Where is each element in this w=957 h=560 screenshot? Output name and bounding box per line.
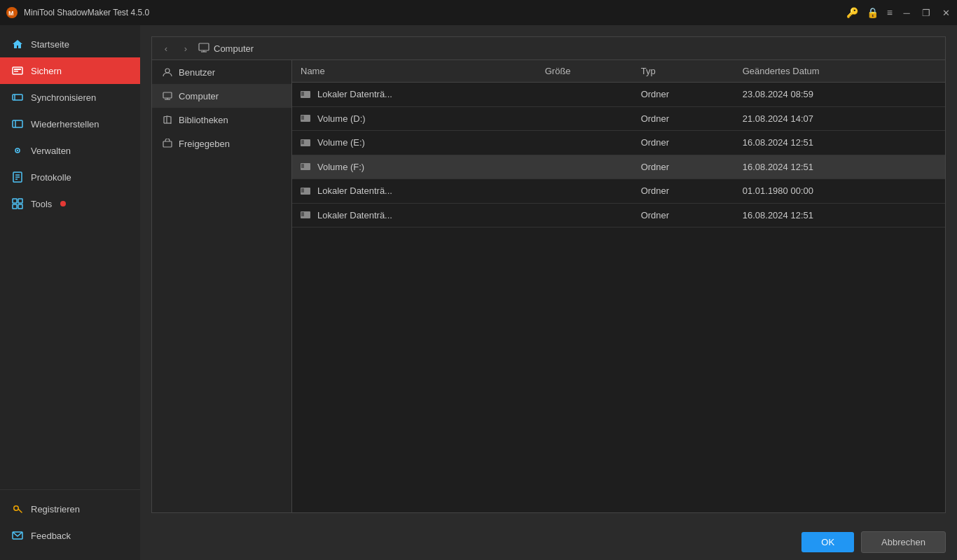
folder-item-computer[interactable]: Computer bbox=[152, 84, 291, 108]
sidebar-item-sichern[interactable]: Sichern bbox=[0, 57, 140, 84]
back-button[interactable]: ‹ bbox=[159, 41, 173, 55]
sidebar-item-feedback[interactable]: Feedback bbox=[0, 522, 140, 549]
sidebar-label-registrieren: Registrieren bbox=[31, 504, 80, 514]
file-size-cell bbox=[537, 83, 633, 107]
file-table: Name Größe Typ Geändertes Datum Lokaler … bbox=[292, 60, 945, 227]
svg-rect-16 bbox=[18, 199, 22, 203]
folder-label-computer: Computer bbox=[179, 91, 219, 102]
footer: OK Abbrechen bbox=[140, 524, 957, 560]
log-icon bbox=[11, 171, 24, 183]
file-name-cell: Lokaler Datenträ... bbox=[292, 179, 537, 204]
sidebar-label-tools: Tools bbox=[31, 199, 52, 209]
table-row[interactable]: Volume (F:)Ordner16.08.2024 12:51 bbox=[292, 155, 945, 179]
sidebar-label-feedback: Feedback bbox=[31, 531, 71, 541]
svg-rect-30 bbox=[301, 92, 304, 96]
nav-bar: ‹ › Computer bbox=[152, 37, 945, 60]
file-date-cell: 21.08.2024 14:07 bbox=[734, 106, 945, 131]
file-name-cell: Volume (D:) bbox=[292, 106, 537, 131]
svg-rect-3 bbox=[14, 69, 21, 70]
maximize-button[interactable]: ❐ bbox=[921, 7, 932, 18]
main-layout: Startseite Sichern bbox=[0, 25, 957, 560]
folder-item-freigegeben[interactable]: Freigegeben bbox=[152, 132, 291, 155]
svg-rect-15 bbox=[13, 199, 17, 203]
titlebar-controls: 🔑 🔒 ≡ ─ ❐ ✕ bbox=[846, 7, 951, 18]
sidebar-label-sichern: Sichern bbox=[31, 66, 62, 76]
col-header-typ: Typ bbox=[633, 60, 734, 83]
file-name-cell: Lokaler Datenträ... bbox=[292, 203, 537, 227]
svg-rect-34 bbox=[301, 140, 304, 144]
computer-path-icon bbox=[198, 42, 209, 55]
file-date-cell: 16.08.2024 12:51 bbox=[734, 203, 945, 227]
col-header-groesse: Größe bbox=[537, 60, 633, 83]
col-header-datum: Geändertes Datum bbox=[734, 60, 945, 83]
file-date-cell: 16.08.2024 12:51 bbox=[734, 155, 945, 179]
svg-point-10 bbox=[17, 150, 18, 151]
sidebar-nav: Startseite Sichern bbox=[0, 31, 140, 489]
forward-button[interactable]: › bbox=[179, 41, 193, 55]
sidebar-item-tools[interactable]: Tools bbox=[0, 190, 140, 217]
sidebar-label-wiederherstellen: Wiederherstellen bbox=[31, 119, 99, 130]
restore-icon bbox=[11, 118, 24, 130]
sidebar-label-verwalten: Verwalten bbox=[31, 146, 71, 156]
table-row[interactable]: Lokaler Datenträ...Ordner23.08.2024 08:5… bbox=[292, 83, 945, 107]
tools-notification-dot bbox=[60, 201, 66, 206]
svg-rect-18 bbox=[18, 204, 22, 209]
sidebar-item-wiederherstellen[interactable]: Wiederherstellen bbox=[0, 111, 140, 137]
file-type-cell: Ordner bbox=[633, 203, 734, 227]
svg-rect-36 bbox=[301, 164, 304, 168]
file-date-cell: 01.01.1980 00:00 bbox=[734, 179, 945, 204]
file-type-cell: Ordner bbox=[633, 106, 734, 131]
menu-icon[interactable]: ≡ bbox=[887, 7, 893, 18]
table-row[interactable]: Lokaler Datenträ...Ordner01.01.1980 00:0… bbox=[292, 179, 945, 204]
key-icon[interactable]: 🔑 bbox=[846, 7, 858, 18]
folder-panel: Benutzer Computer bbox=[152, 60, 292, 512]
table-row[interactable]: Lokaler Datenträ...Ordner16.08.2024 12:5… bbox=[292, 203, 945, 227]
svg-rect-4 bbox=[14, 71, 18, 72]
backup-icon bbox=[11, 64, 24, 77]
file-name-cell: Lokaler Datenträ... bbox=[292, 83, 537, 107]
table-header-row: Name Größe Typ Geändertes Datum bbox=[292, 60, 945, 83]
content-area: ‹ › Computer bbox=[140, 25, 957, 560]
sidebar-item-protokolle[interactable]: Protokolle bbox=[0, 164, 140, 190]
sidebar-item-startseite[interactable]: Startseite bbox=[0, 31, 140, 57]
table-row[interactable]: Volume (E:)Ordner16.08.2024 12:51 bbox=[292, 131, 945, 155]
file-size-cell bbox=[537, 203, 633, 227]
file-row-name: Lokaler Datenträ... bbox=[301, 210, 392, 220]
file-name-cell: Volume (E:) bbox=[292, 131, 537, 155]
sidebar-item-registrieren[interactable]: Registrieren bbox=[0, 496, 140, 522]
svg-rect-17 bbox=[13, 204, 17, 209]
computer-folder-icon bbox=[162, 90, 173, 102]
sidebar-label-synchronisieren: Synchronisieren bbox=[31, 92, 96, 103]
table-row[interactable]: Volume (D:)Ordner21.08.2024 14:07 bbox=[292, 106, 945, 131]
sidebar-label-startseite: Startseite bbox=[31, 39, 69, 50]
feedback-mail-icon bbox=[11, 529, 24, 542]
file-type-cell: Ordner bbox=[633, 131, 734, 155]
home-icon bbox=[11, 38, 24, 50]
col-header-name: Name bbox=[292, 60, 537, 83]
file-size-cell bbox=[537, 131, 633, 155]
cancel-button[interactable]: Abbrechen bbox=[861, 531, 946, 553]
sidebar-item-verwalten[interactable]: Verwalten bbox=[0, 137, 140, 164]
minimize-button[interactable]: ─ bbox=[901, 7, 912, 18]
file-date-cell: 23.08.2024 08:59 bbox=[734, 83, 945, 107]
svg-rect-28 bbox=[163, 141, 172, 147]
user-folder-icon bbox=[162, 66, 173, 78]
file-type-cell: Ordner bbox=[633, 155, 734, 179]
sidebar-item-synchronisieren[interactable]: Synchronisieren bbox=[0, 84, 140, 111]
ok-button[interactable]: OK bbox=[801, 532, 854, 552]
svg-rect-24 bbox=[163, 92, 172, 98]
file-size-cell bbox=[537, 179, 633, 204]
folder-item-bibliotheken[interactable]: Bibliotheken bbox=[152, 108, 291, 132]
svg-text:M: M bbox=[8, 10, 14, 17]
file-size-cell bbox=[537, 106, 633, 131]
svg-rect-40 bbox=[301, 212, 304, 216]
svg-point-23 bbox=[165, 69, 170, 73]
file-type-cell: Ordner bbox=[633, 83, 734, 107]
registrieren-key-icon bbox=[11, 503, 24, 515]
folder-label-benutzer: Benutzer bbox=[179, 67, 215, 78]
close-button[interactable]: ✕ bbox=[940, 7, 951, 18]
file-row-name: Volume (D:) bbox=[301, 113, 366, 124]
library-folder-icon bbox=[162, 114, 173, 125]
folder-item-benutzer[interactable]: Benutzer bbox=[152, 60, 291, 84]
lock-icon[interactable]: 🔒 bbox=[867, 7, 879, 18]
